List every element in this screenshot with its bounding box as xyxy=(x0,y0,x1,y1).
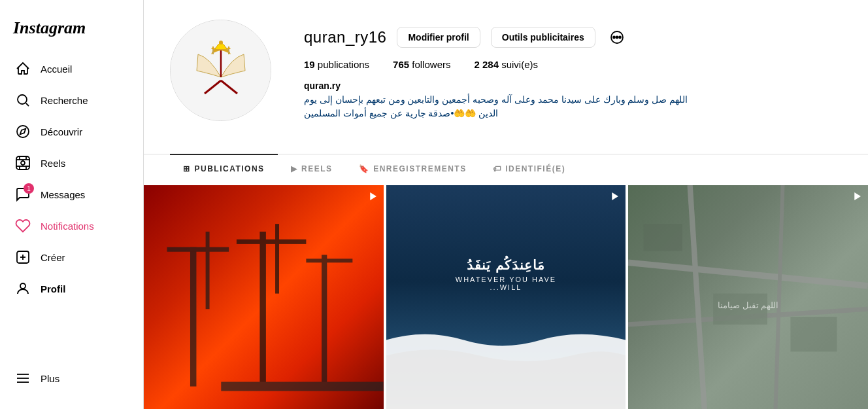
home-icon xyxy=(14,60,31,77)
post-2-english2: WILL... xyxy=(386,283,626,291)
svg-rect-32 xyxy=(237,240,306,244)
followers-count: 765 xyxy=(393,59,409,70)
play-icon: ▶ xyxy=(291,164,298,173)
tab-reels[interactable]: ▶ REELS xyxy=(278,154,346,183)
ads-tools-button[interactable]: Outils publicitaires xyxy=(491,27,595,48)
profile-avatar[interactable] xyxy=(170,20,271,121)
svg-line-18 xyxy=(221,80,237,94)
suivi-count: 2 284 xyxy=(474,59,499,70)
bio-arabic-1: اللهم صل وسلم وبارك على سيدنا محمد وعلى … xyxy=(304,93,842,107)
sidebar-item-accueil-label: Accueil xyxy=(41,63,72,75)
svg-point-0 xyxy=(18,95,27,104)
create-icon xyxy=(14,249,31,266)
stat-followers[interactable]: 765 followers xyxy=(393,59,450,70)
avatar-image xyxy=(171,20,271,120)
sidebar-item-creer[interactable]: Créer xyxy=(5,242,138,272)
svg-point-13 xyxy=(20,283,25,289)
tab-publications[interactable]: ⊞ PUBLICATIONS xyxy=(170,154,278,183)
menu-icon xyxy=(14,370,31,387)
sidebar-item-reels[interactable]: Reels xyxy=(5,148,138,178)
grid-icon: ⊞ xyxy=(183,164,191,173)
svg-line-37 xyxy=(628,262,868,285)
post-2-image: مَاعِندَكُم يَنفَدُ WHATEVER YOU HAVE WI… xyxy=(386,185,626,409)
stat-suivi[interactable]: 2 284 suivi(e)s xyxy=(474,59,538,70)
profile-tabs: ⊞ PUBLICATIONS ▶ REELS 🔖 ENREGISTREMENTS… xyxy=(144,154,868,183)
svg-rect-42 xyxy=(644,224,682,251)
sidebar-item-reels-label: Reels xyxy=(41,158,65,169)
post-1-image xyxy=(144,185,384,409)
publications-label: publications xyxy=(318,59,369,70)
sidebar-item-plus[interactable]: Plus xyxy=(5,363,138,393)
sidebar-item-messages-label: Messages xyxy=(41,189,85,200)
svg-line-39 xyxy=(690,185,706,409)
main-content: quran_ry16 Modifier profil Outils public… xyxy=(144,0,868,409)
svg-line-40 xyxy=(775,185,783,409)
video-icon-2 xyxy=(609,190,620,205)
reels-icon xyxy=(14,154,31,171)
grid-item-1[interactable] xyxy=(144,185,384,409)
edit-profile-button[interactable]: Modifier profil xyxy=(397,27,480,48)
svg-point-3 xyxy=(21,161,25,165)
svg-point-25 xyxy=(616,37,618,39)
sidebar-item-recherche[interactable]: Recherche xyxy=(5,85,138,115)
sidebar-nav: Accueil Recherche Découvrir xyxy=(0,54,143,358)
sidebar-item-notifications-label: Notifications xyxy=(41,221,94,232)
suivi-label: suivi(e)s xyxy=(501,59,538,70)
svg-rect-34 xyxy=(322,255,327,386)
sidebar-item-decouvrir-label: Découvrir xyxy=(41,126,82,137)
svg-rect-28 xyxy=(190,247,196,387)
sidebar-item-notifications[interactable]: Notifications xyxy=(5,211,138,241)
profile-info: quran_ry16 Modifier profil Outils public… xyxy=(304,20,842,120)
video-icon-3 xyxy=(851,190,863,205)
svg-point-26 xyxy=(613,37,615,39)
grid-item-3[interactable]: اللهم تقبل صيامنا xyxy=(628,185,868,409)
profile-stats: 19 publications 765 followers 2 284 suiv… xyxy=(304,59,842,70)
sidebar-item-accueil[interactable]: Accueil xyxy=(5,54,138,84)
bio-name: quran.ry xyxy=(304,79,842,93)
followers-label: followers xyxy=(412,59,450,70)
svg-rect-33 xyxy=(275,224,279,293)
bio-arabic-2: الدين 🤲🤲•صدقة جارية عن جميع أموات المسلم… xyxy=(304,107,842,120)
svg-rect-29 xyxy=(167,247,229,252)
profile-username: quran_ry16 xyxy=(304,28,386,46)
sidebar-item-messages[interactable]: Messages 1 xyxy=(5,179,138,209)
heart-icon xyxy=(14,217,31,234)
post-2-arabic: مَاعِندَكُم يَنفَدُ xyxy=(386,257,626,273)
profile-header: quran_ry16 Modifier profil Outils public… xyxy=(170,20,842,134)
search-icon xyxy=(14,92,31,109)
svg-point-19 xyxy=(219,41,223,44)
compass-icon xyxy=(14,123,31,140)
photo-grid: مَاعِندَكُم يَنفَدُ WHATEVER YOU HAVE WI… xyxy=(144,185,868,409)
sidebar-item-recherche-label: Recherche xyxy=(41,95,88,106)
svg-rect-35 xyxy=(306,258,352,262)
svg-point-27 xyxy=(619,37,621,39)
stat-publications[interactable]: 19 publications xyxy=(304,59,369,70)
svg-marker-23 xyxy=(227,46,231,49)
messages-badge: 1 xyxy=(24,183,34,194)
sidebar-item-profil[interactable]: Profil xyxy=(5,274,138,304)
tab-publications-label: PUBLICATIONS xyxy=(195,164,265,173)
sidebar-item-profil-label: Profil xyxy=(41,283,65,294)
profile-bio: quran.ry اللهم صل وسلم وبارك على سيدنا م… xyxy=(304,79,842,120)
svg-marker-22 xyxy=(211,46,215,49)
grid-item-2[interactable]: مَاعِندَكُم يَنفَدُ WHATEVER YOU HAVE WI… xyxy=(386,185,626,409)
sidebar-bottom: Plus xyxy=(0,358,143,401)
tag-icon: 🏷 xyxy=(493,164,502,173)
post-3-image: اللهم تقبل صيامنا xyxy=(628,185,868,409)
sidebar-plus-label: Plus xyxy=(41,373,59,384)
sidebar-item-creer-label: Créer xyxy=(41,252,65,263)
svg-rect-30 xyxy=(206,232,210,309)
svg-rect-31 xyxy=(259,232,265,387)
video-icon-1 xyxy=(367,190,378,205)
tab-identifie[interactable]: 🏷 IDENTIFIÉ(E) xyxy=(480,154,579,183)
svg-point-1 xyxy=(17,126,29,137)
publications-count: 19 xyxy=(304,59,315,70)
instagram-logo[interactable]: Instagram xyxy=(0,8,143,54)
bookmark-icon: 🔖 xyxy=(359,164,370,173)
svg-rect-43 xyxy=(791,317,837,351)
post-3-text: اللهم تقبل صيامنا xyxy=(718,300,778,310)
tab-enregistrements[interactable]: 🔖 ENREGISTREMENTS xyxy=(346,154,480,183)
settings-button[interactable] xyxy=(606,26,628,48)
sidebar-item-decouvrir[interactable]: Découvrir xyxy=(5,116,138,147)
profile-top-row: quran_ry16 Modifier profil Outils public… xyxy=(304,26,842,48)
